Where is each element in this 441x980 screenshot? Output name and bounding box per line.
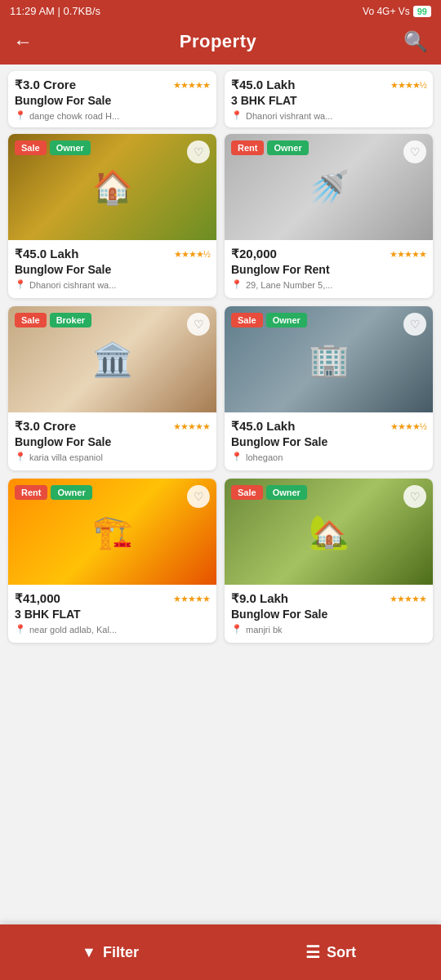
card-badges-4: Sale Owner [231,313,307,327]
card-stars-3: ★★★★★ [173,421,210,432]
partial-card-stars-2: ★★★★½ [390,80,426,91]
location-icon-p1: 📍 [15,110,26,121]
card-title-4: Bunglow For Sale [231,435,426,448]
location-icon-4: 📍 [231,452,243,462]
card-location-row-4: 📍 lohegaon [231,452,426,462]
card-location-text-3: karia villa espaniol [29,452,103,462]
badge-type-5: Rent [15,485,47,500]
sort-button[interactable]: ☰ Sort [220,924,441,980]
property-card-2[interactable]: Rent Owner ♡ 🚿 ₹20,000 ★★★★★ Bunglow For… [225,134,433,298]
sort-label: Sort [327,944,356,961]
card-location-row-1: 📍 Dhanori cishrant wa... [15,279,210,290]
heart-button-2[interactable]: ♡ [403,140,426,163]
status-bar: 11:29 AM | 0.7KB/s Vo 4G+ Vs 99 [0,0,441,22]
partial-card-stars-1: ★★★★★ [173,80,210,91]
page-title: Property [180,31,256,52]
search-button[interactable]: 🔍 [403,30,428,53]
card-price-5: ₹41,000 [15,591,60,606]
card-image-6: Sale Owner ♡ 🏡 [225,479,433,585]
property-grid: Sale Owner ♡ 🏠 ₹45.0 Lakh ★★★★½ Bunglow … [0,127,441,708]
location-icon-2: 📍 [231,279,243,290]
location-icon-1: 📍 [15,279,26,290]
badge-type-1: Sale [15,140,47,155]
heart-button-5[interactable]: ♡ [187,485,210,508]
property-card-5[interactable]: Rent Owner ♡ 🏗️ ₹41,000 ★★★★★ 3 BHK FLAT… [8,479,216,643]
card-price-6: ₹9.0 Lakh [231,591,288,606]
partial-card-location-1: dange chowk road H... [29,111,119,121]
filter-icon: ▼ [82,944,96,961]
status-time: 11:29 AM | 0.7KB/s [10,5,100,17]
back-button[interactable]: ← [13,30,33,53]
property-card-6[interactable]: Sale Owner ♡ 🏡 ₹9.0 Lakh ★★★★★ Bunglow F… [225,479,433,643]
status-right: Vo 4G+ Vs 99 [363,6,431,17]
heart-button-3[interactable]: ♡ [187,313,210,336]
battery-indicator: 99 [413,6,431,17]
location-icon-5: 📍 [15,624,26,635]
property-card-1[interactable]: Sale Owner ♡ 🏠 ₹45.0 Lakh ★★★★½ Bunglow … [8,134,216,298]
property-card-4[interactable]: Sale Owner ♡ 🏢 ₹45.0 Lakh ★★★★½ Bunglow … [225,306,433,470]
sort-icon: ☰ [305,942,320,962]
card-title-5: 3 BHK FLAT [15,608,210,621]
badge-type-3: Sale [15,313,47,327]
badge-type-2: Rent [231,140,264,155]
card-badges-3: Sale Broker [15,313,91,327]
card-location-text-1: Dhanori cishrant wa... [29,280,116,290]
heart-button-6[interactable]: ♡ [403,485,426,508]
card-location-text-6: manjri bk [246,625,283,635]
card-badges-5: Rent Owner [15,485,92,500]
card-location-row-5: 📍 near gold adlab, Kal... [15,624,210,635]
header: ← Property 🔍 [0,22,441,65]
card-price-2: ₹20,000 [231,247,277,261]
card-stars-5: ★★★★★ [173,594,210,604]
badge-type-4: Sale [231,313,263,327]
card-location-row-2: 📍 29, Lane Number 5,... [231,279,426,290]
card-title-6: Bunglow For Sale [231,608,426,621]
card-title-3: Bunglow For Sale [15,435,210,448]
bottom-bar: ▼ Filter ☰ Sort [0,924,441,980]
card-location-row-3: 📍 karia villa espaniol [15,452,210,462]
partial-card-1[interactable]: ₹3.0 Crore ★★★★★ Bunglow For Sale 📍 dang… [8,71,216,127]
card-stars-4: ★★★★½ [390,421,426,432]
card-location-text-2: 29, Lane Number 5,... [246,280,332,290]
filter-button[interactable]: ▼ Filter [0,924,220,980]
card-stars-1: ★★★★½ [174,249,210,260]
card-image-2: Rent Owner ♡ 🚿 [225,134,433,240]
card-image-1: Sale Owner ♡ 🏠 [8,134,216,240]
badge-role-4: Owner [266,313,307,327]
card-stars-6: ★★★★★ [390,594,426,604]
card-stars-2: ★★★★★ [390,249,426,260]
property-card-3[interactable]: Sale Broker ♡ 🏛️ ₹3.0 Crore ★★★★★ Bunglo… [8,306,216,470]
card-price-4: ₹45.0 Lakh [231,419,295,434]
card-title-1: Bunglow For Sale [15,263,210,276]
badge-role-3: Broker [50,313,91,327]
location-icon-3: 📍 [15,452,26,462]
badge-role-2: Owner [267,140,308,155]
card-image-3: Sale Broker ♡ 🏛️ [8,306,216,412]
card-location-text-5: near gold adlab, Kal... [29,625,117,635]
card-image-5: Rent Owner ♡ 🏗️ [8,479,216,585]
filter-label: Filter [103,944,139,961]
partial-card-2[interactable]: ₹45.0 Lakh ★★★★½ 3 BHK FLAT 📍 Dhanori vi… [225,71,433,127]
partial-card-location-2: Dhanori vishrant wa... [246,111,332,121]
card-location-row-6: 📍 manjri bk [231,624,426,635]
partial-cards-row: ₹3.0 Crore ★★★★★ Bunglow For Sale 📍 dang… [0,65,441,127]
heart-button-4[interactable]: ♡ [403,313,426,336]
partial-card-title-1: Bunglow For Sale [15,94,210,107]
badge-role-1: Owner [50,140,91,155]
partial-card-price-1: ₹3.0 Crore [15,78,76,92]
location-icon-p2: 📍 [231,110,243,121]
partial-card-title-2: 3 BHK FLAT [231,94,426,107]
card-image-4: Sale Owner ♡ 🏢 [225,306,433,412]
partial-card-price-2: ₹45.0 Lakh [231,78,295,92]
badge-type-6: Sale [231,485,263,500]
card-price-3: ₹3.0 Crore [15,419,76,434]
card-location-text-4: lohegaon [246,452,283,462]
network-info: Vo 4G+ Vs [363,6,410,17]
location-icon-6: 📍 [231,624,243,635]
card-price-1: ₹45.0 Lakh [15,247,78,261]
card-badges-2: Rent Owner [231,140,309,155]
card-badges-6: Sale Owner [231,485,307,500]
badge-role-6: Owner [266,485,307,500]
heart-button-1[interactable]: ♡ [187,140,210,163]
badge-role-5: Owner [51,485,91,500]
